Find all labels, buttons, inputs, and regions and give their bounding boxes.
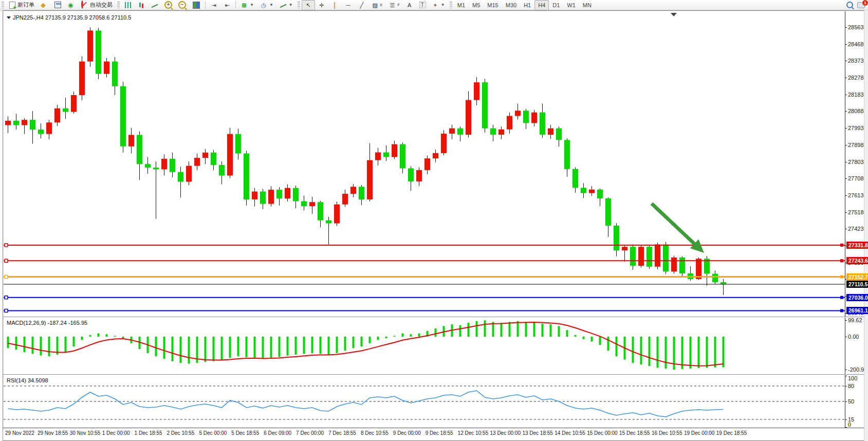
arrows-tool-button[interactable]: ✦▼ xyxy=(429,0,448,10)
candle-body[interactable] xyxy=(638,247,644,266)
candle-body[interactable] xyxy=(597,190,603,198)
chat-icon[interactable]: 1 xyxy=(857,2,865,8)
candle-body[interactable] xyxy=(605,198,611,226)
candle-body[interactable] xyxy=(186,166,192,182)
bar-chart-button[interactable] xyxy=(121,0,135,10)
trendline-tool-button[interactable]: ╱ xyxy=(355,0,368,10)
candle-body[interactable] xyxy=(531,113,537,123)
candle-body[interactable] xyxy=(96,30,101,74)
candle-body[interactable] xyxy=(441,134,447,153)
candle-body[interactable] xyxy=(170,159,175,172)
candle-body[interactable] xyxy=(457,128,463,135)
tile-windows-button[interactable] xyxy=(189,0,204,10)
zoom-out-button[interactable]: − xyxy=(175,0,189,10)
candle-body[interactable] xyxy=(145,164,151,168)
indicators-menu-button[interactable]: ⊞▼ xyxy=(237,0,257,10)
hline-left-handle[interactable] xyxy=(5,275,8,279)
candle-body[interactable] xyxy=(235,134,241,154)
candle-body[interactable] xyxy=(268,190,274,204)
candle-body[interactable] xyxy=(211,153,216,165)
candle-body[interactable] xyxy=(359,187,364,199)
rsi-pane[interactable]: RSI(14) 34.5098 1008050150 xyxy=(4,375,865,428)
candle-body[interactable] xyxy=(202,153,208,158)
candle-body[interactable] xyxy=(252,192,257,199)
candle-body[interactable] xyxy=(326,220,331,224)
candle-body[interactable] xyxy=(696,259,701,279)
candle-body[interactable] xyxy=(219,165,225,176)
candle-body[interactable] xyxy=(54,108,60,123)
toolbar-grip[interactable] xyxy=(117,2,120,8)
new-order-button[interactable]: 新订单 xyxy=(6,0,38,10)
chart-shift-button[interactable]: ⇤ xyxy=(220,0,234,10)
timeframe-button-m15[interactable]: M15 xyxy=(484,0,502,10)
hline-right-handle[interactable] xyxy=(840,275,843,279)
timeframe-button-m30[interactable]: M30 xyxy=(502,0,520,10)
line-chart-button[interactable] xyxy=(148,0,161,10)
chart-list-triangle-icon[interactable] xyxy=(7,16,11,19)
candle-body[interactable] xyxy=(46,122,52,134)
auto-scroll-button[interactable]: ⇥ xyxy=(207,0,220,10)
hline-left-handle[interactable] xyxy=(5,259,8,262)
timeframe-button-m5[interactable]: M5 xyxy=(469,0,484,10)
candle-body[interactable] xyxy=(301,201,307,206)
candle-body[interactable] xyxy=(647,247,652,267)
candle-body[interactable] xyxy=(112,62,118,86)
candle-body[interactable] xyxy=(572,169,578,188)
candle-body[interactable] xyxy=(367,160,373,199)
candle-body[interactable] xyxy=(630,247,636,266)
candle-body[interactable] xyxy=(482,82,488,128)
candle-body[interactable] xyxy=(433,153,438,158)
candle-body[interactable] xyxy=(515,111,521,116)
candle-body[interactable] xyxy=(622,247,627,250)
text-tool-button[interactable]: A xyxy=(403,0,416,10)
hline-left-handle[interactable] xyxy=(5,309,8,312)
candle-body[interactable] xyxy=(137,135,142,164)
candle-body[interactable] xyxy=(490,128,496,135)
hline-right-handle[interactable] xyxy=(840,309,843,312)
candle-body[interactable] xyxy=(244,154,249,199)
periods-menu-button[interactable]: ◷▼ xyxy=(257,0,276,10)
candle-body[interactable] xyxy=(120,86,126,146)
time-axis[interactable]: 29 Nov 202229 Nov 18:5530 Nov 10:551 Dec… xyxy=(3,428,866,439)
candle-body[interactable] xyxy=(655,244,660,266)
candle-body[interactable] xyxy=(227,134,233,176)
candle-body[interactable] xyxy=(449,128,455,134)
candle-body[interactable] xyxy=(293,188,299,201)
timeframe-button-mn[interactable]: MN xyxy=(579,0,595,10)
rsi-plot[interactable] xyxy=(4,375,845,428)
vertical-line-tool-button[interactable]: │ xyxy=(328,0,342,10)
candle-body[interactable] xyxy=(383,152,389,157)
zoom-in-button[interactable]: + xyxy=(161,0,175,10)
candle-body[interactable] xyxy=(589,190,595,193)
market-watch-button[interactable] xyxy=(51,0,65,10)
candle-body[interactable] xyxy=(5,121,11,125)
text-label-tool-button[interactable]: T xyxy=(416,0,429,10)
macd-pane[interactable]: MACD(12,26,9) -187.24 -165.95 99.620.00-… xyxy=(4,318,865,374)
fibonacci-tool-button[interactable]: ☰F xyxy=(385,0,402,10)
macd-plot[interactable] xyxy=(4,318,845,374)
toolbar-grip[interactable] xyxy=(298,2,300,8)
hline-right-handle[interactable] xyxy=(840,259,843,262)
candle-body[interactable] xyxy=(424,158,430,170)
candle-body[interactable] xyxy=(104,62,109,74)
candle-body[interactable] xyxy=(679,258,685,273)
candle-body[interactable] xyxy=(375,152,381,160)
candle-body[interactable] xyxy=(194,158,200,166)
horizontal-line-tool-button[interactable]: ─ xyxy=(342,0,355,10)
downtrend-arrow-annotation[interactable] xyxy=(652,204,696,245)
candle-body[interactable] xyxy=(309,202,315,206)
candle-body[interactable] xyxy=(416,170,422,181)
candle-body[interactable] xyxy=(614,226,619,250)
candle-body[interactable] xyxy=(153,168,159,169)
candle-body[interactable] xyxy=(30,120,35,130)
hline-left-handle[interactable] xyxy=(5,296,8,299)
candlestick-chart-button[interactable] xyxy=(135,0,148,10)
candle-body[interactable] xyxy=(87,30,93,61)
candle-body[interactable] xyxy=(350,187,356,194)
candle-body[interactable] xyxy=(334,205,340,224)
candle-body[interactable] xyxy=(556,128,562,140)
timeframe-button-d1[interactable]: D1 xyxy=(549,0,563,10)
candle-body[interactable] xyxy=(71,95,77,112)
candle-body[interactable] xyxy=(285,188,290,199)
timeframe-button-h1[interactable]: H1 xyxy=(520,0,534,10)
